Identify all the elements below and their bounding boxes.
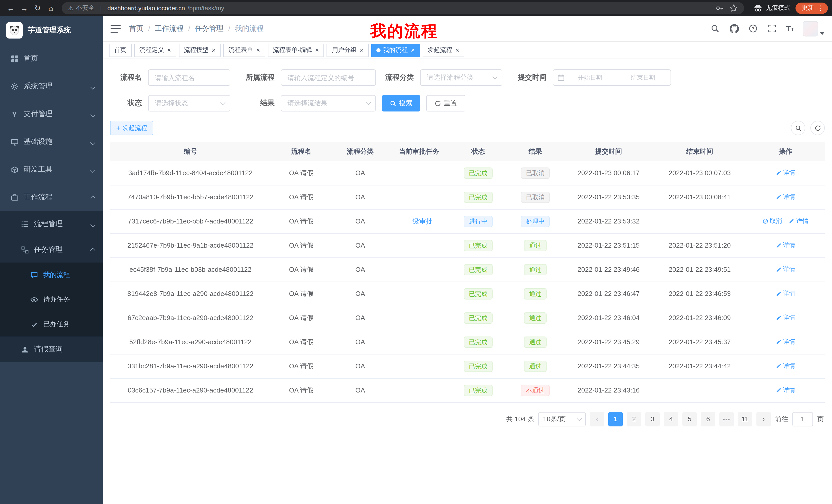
detail-action[interactable]: 详情 bbox=[776, 193, 795, 201]
tab-user-group[interactable]: 用户分组× bbox=[327, 44, 369, 57]
close-icon[interactable]: × bbox=[360, 47, 364, 53]
user-menu[interactable] bbox=[803, 21, 824, 36]
back-icon[interactable]: ← bbox=[4, 1, 18, 15]
detail-action[interactable]: 详情 bbox=[789, 217, 809, 226]
update-button[interactable]: 更新 ⋮ bbox=[796, 2, 828, 13]
url-host: dashboard.yudao.iocoder.cn bbox=[107, 4, 185, 11]
page-button-11[interactable]: 11 bbox=[738, 412, 752, 426]
tab-my-process[interactable]: 我的流程× bbox=[371, 44, 420, 57]
question-icon[interactable]: ? bbox=[748, 23, 758, 34]
breadcrumb-workflow[interactable]: 工作流程 bbox=[155, 24, 184, 33]
goto-page-input[interactable] bbox=[792, 412, 813, 426]
more-pages-button[interactable]: ••• bbox=[719, 412, 734, 426]
detail-action[interactable]: 详情 bbox=[776, 362, 795, 370]
close-icon[interactable]: × bbox=[212, 47, 215, 53]
reset-button[interactable]: 重置 bbox=[426, 95, 465, 111]
close-icon[interactable]: × bbox=[411, 47, 415, 53]
process-id: 67c2eaab-7b9a-11ec-a290-acde48001122 bbox=[128, 314, 253, 321]
end-time: 2022-01-22 23:46:53 bbox=[669, 290, 731, 298]
sidebar-item-infrastructure[interactable]: 基础设施 bbox=[0, 128, 103, 156]
page-button-2[interactable]: 2 bbox=[627, 412, 641, 426]
page-button-4[interactable]: 4 bbox=[664, 412, 678, 426]
submit-time: 2022-01-22 23:44:35 bbox=[577, 362, 640, 370]
sidebar-item-home[interactable]: 首页 bbox=[0, 45, 103, 73]
tab-process-form-edit[interactable]: 流程表单-编辑× bbox=[268, 44, 324, 57]
col-header-category: 流程分类 bbox=[332, 142, 389, 161]
bookmark-star-icon[interactable] bbox=[730, 4, 738, 12]
close-icon[interactable]: × bbox=[167, 47, 171, 53]
sidebar-item-devtools[interactable]: 研发工具 bbox=[0, 156, 103, 184]
app-logo[interactable]: 芋道管理系统 bbox=[0, 16, 103, 45]
page-button-5[interactable]: 5 bbox=[682, 412, 697, 426]
result-badge: 不通过 bbox=[521, 385, 550, 396]
sidebar-item-leave-query[interactable]: 请假查询 bbox=[0, 337, 103, 362]
sidebar-item-system[interactable]: 系统管理 bbox=[0, 73, 103, 100]
cancel-action[interactable]: 取消 bbox=[762, 217, 782, 226]
detail-action[interactable]: 详情 bbox=[776, 289, 795, 298]
create-process-button[interactable]: + 发起流程 bbox=[110, 121, 153, 135]
page-button-6[interactable]: 6 bbox=[701, 412, 715, 426]
active-dot bbox=[376, 48, 381, 52]
submit-time-range-picker[interactable]: 开始日期 - 结束日期 bbox=[553, 69, 671, 86]
sidebar-item-done-tasks[interactable]: 已办任务 bbox=[0, 312, 103, 337]
sidebar-item-task-management[interactable]: 任务管理 bbox=[0, 237, 103, 262]
search-icon[interactable] bbox=[710, 23, 720, 34]
current-task-link[interactable]: 一级审批 bbox=[406, 217, 433, 225]
browser-menu-icon[interactable]: ⋮ bbox=[817, 4, 824, 12]
forward-icon[interactable]: → bbox=[18, 1, 31, 15]
status-select[interactable]: 请选择状态 bbox=[148, 95, 230, 111]
close-icon[interactable]: × bbox=[256, 47, 260, 53]
status-badge: 已完成 bbox=[464, 385, 493, 396]
sidebar-item-process-management[interactable]: 流程管理 bbox=[0, 211, 103, 237]
detail-action[interactable]: 详情 bbox=[776, 169, 795, 177]
search-button[interactable]: 搜索 bbox=[382, 95, 420, 111]
breadcrumb-task-management[interactable]: 任务管理 bbox=[195, 24, 224, 33]
process-definition-input[interactable] bbox=[281, 69, 376, 86]
page-button-3[interactable]: 3 bbox=[645, 412, 660, 426]
next-page-button[interactable]: › bbox=[756, 412, 771, 426]
detail-action[interactable]: 详情 bbox=[776, 241, 795, 250]
refresh-button[interactable] bbox=[810, 121, 825, 135]
avatar[interactable] bbox=[803, 21, 818, 36]
tab-process-definition[interactable]: 流程定义× bbox=[134, 44, 176, 57]
sidebar-item-workflow[interactable]: 工作流程 bbox=[0, 184, 103, 211]
reload-icon[interactable]: ↻ bbox=[31, 1, 44, 15]
detail-action[interactable]: 详情 bbox=[776, 338, 795, 346]
prev-page-button[interactable]: ‹ bbox=[590, 412, 604, 426]
github-icon[interactable] bbox=[729, 23, 739, 34]
detail-action[interactable]: 详情 bbox=[776, 386, 795, 395]
font-size-icon[interactable]: TT bbox=[786, 25, 794, 32]
address-bar[interactable]: ⚠ 不安全 | dashboard.yudao.iocoder.cn/bpm/t… bbox=[62, 2, 744, 14]
toggle-search-button[interactable] bbox=[791, 121, 805, 135]
sidebar-item-payment[interactable]: ¥ 支付管理 bbox=[0, 100, 103, 128]
category-select[interactable]: 请选择流程分类 bbox=[420, 69, 502, 86]
home-icon[interactable]: ⌂ bbox=[44, 1, 58, 15]
status-badge: 已完成 bbox=[464, 167, 493, 178]
result-badge: 通过 bbox=[524, 336, 547, 347]
sidebar-item-my-process[interactable]: 我的流程 bbox=[0, 262, 103, 287]
result-select[interactable]: 请选择流结果 bbox=[281, 95, 376, 111]
detail-action[interactable]: 详情 bbox=[776, 265, 795, 274]
tab-process-model[interactable]: 流程模型× bbox=[179, 44, 220, 57]
sidebar-toggle-icon[interactable] bbox=[110, 24, 121, 33]
process-category: OA bbox=[355, 217, 365, 225]
close-icon[interactable]: × bbox=[315, 47, 319, 53]
close-icon[interactable]: × bbox=[455, 47, 459, 53]
end-date-placeholder: 结束日期 bbox=[620, 73, 667, 82]
warning-icon[interactable]: ⚠ bbox=[68, 4, 74, 11]
detail-action[interactable]: 详情 bbox=[776, 313, 795, 322]
incognito-icon bbox=[753, 3, 762, 12]
tab-process-form[interactable]: 流程表单× bbox=[223, 44, 265, 57]
breadcrumb-home[interactable]: 首页 bbox=[129, 24, 144, 33]
table-row: 331bc281-7b9a-11ec-a290-acde48001122 OA … bbox=[110, 354, 825, 378]
process-category: OA bbox=[355, 242, 365, 249]
key-icon[interactable] bbox=[715, 4, 724, 12]
page-button-1[interactable]: 1 bbox=[608, 412, 623, 426]
page-size-select[interactable]: 10条/页 bbox=[538, 412, 586, 426]
fullscreen-icon[interactable] bbox=[767, 23, 777, 34]
tab-start-process[interactable]: 发起流程× bbox=[422, 44, 464, 57]
sidebar-item-todo-tasks[interactable]: 待办任务 bbox=[0, 287, 103, 312]
tab-home[interactable]: 首页 bbox=[109, 44, 132, 57]
payment-icon: ¥ bbox=[10, 110, 19, 118]
process-name-input[interactable] bbox=[148, 69, 230, 86]
